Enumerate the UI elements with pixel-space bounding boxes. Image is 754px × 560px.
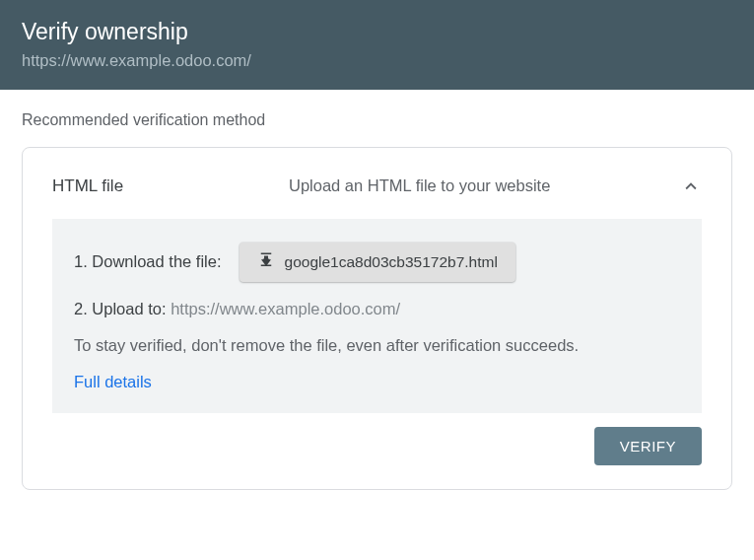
card-title: HTML file	[52, 176, 289, 196]
step-2-url: https://www.example.odoo.com/	[171, 300, 400, 317]
card-actions: VERIFY	[52, 427, 702, 465]
content: Recommended verification method HTML fil…	[0, 90, 754, 512]
verification-card: HTML file Upload an HTML file to your we…	[22, 147, 732, 490]
step-1-label: 1. Download the file:	[74, 252, 222, 271]
instructions-panel: 1. Download the file: google1ca8d03cb351…	[52, 219, 702, 413]
header: Verify ownership https://www.example.odo…	[0, 0, 754, 90]
download-file-button[interactable]: google1ca8d03cb35172b7.html	[240, 243, 515, 282]
section-label: Recommended verification method	[22, 111, 732, 129]
site-url: https://www.example.odoo.com/	[22, 51, 732, 70]
download-icon	[257, 251, 275, 273]
download-filename: google1ca8d03cb35172b7.html	[285, 253, 498, 271]
step-2-label: 2. Upload to:	[74, 300, 171, 317]
full-details-link[interactable]: Full details	[74, 373, 152, 390]
step-1: 1. Download the file: google1ca8d03cb351…	[74, 243, 680, 282]
verify-button[interactable]: VERIFY	[594, 427, 702, 465]
chevron-up-icon[interactable]	[680, 175, 702, 197]
card-subtitle: Upload an HTML file to your website	[289, 176, 550, 195]
page-title: Verify ownership	[22, 18, 732, 47]
verification-note: To stay verified, don't remove the file,…	[74, 336, 680, 355]
step-2: 2. Upload to: https://www.example.odoo.c…	[74, 300, 680, 318]
card-header[interactable]: HTML file Upload an HTML file to your we…	[52, 175, 702, 197]
